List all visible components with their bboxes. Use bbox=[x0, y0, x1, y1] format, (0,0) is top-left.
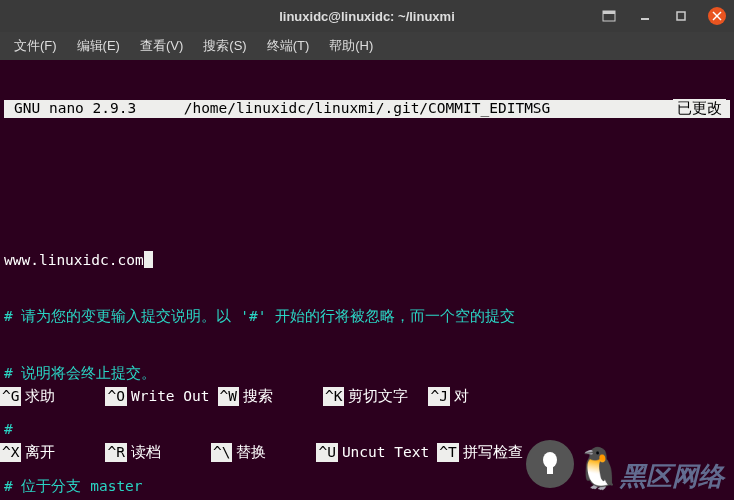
menu-edit[interactable]: 编辑(E) bbox=[69, 35, 128, 57]
shortcut-key: ^R bbox=[105, 443, 126, 462]
menu-search[interactable]: 搜索(S) bbox=[195, 35, 254, 57]
shortcut-label: 替换 bbox=[236, 443, 308, 462]
shortcut-label: 剪切文字 bbox=[348, 387, 420, 406]
shortcut-key: ^O bbox=[105, 387, 126, 406]
menu-help[interactable]: 帮助(H) bbox=[321, 35, 381, 57]
nano-modified: 已更改 bbox=[673, 99, 726, 118]
svg-rect-7 bbox=[547, 466, 553, 474]
shortcut-label: 拼写检查 bbox=[463, 443, 535, 462]
window-controls bbox=[600, 7, 726, 25]
nano-version: GNU nano 2.9.3 bbox=[14, 99, 136, 118]
nano-header-bar: GNU nano 2.9.3 /home/linuxidc/linuxmi/.g… bbox=[4, 100, 730, 118]
shortcut-key: ^G bbox=[0, 387, 21, 406]
shortcut-key: ^\ bbox=[211, 443, 232, 462]
new-window-icon[interactable] bbox=[600, 7, 618, 25]
shortcut-label: 读档 bbox=[131, 443, 203, 462]
svg-point-6 bbox=[543, 452, 557, 468]
svg-rect-3 bbox=[677, 12, 685, 20]
menu-terminal[interactable]: 终端(T) bbox=[259, 35, 318, 57]
watermark-text: 黑区网络 bbox=[620, 459, 724, 494]
shortcut-label: 对 bbox=[454, 387, 526, 406]
shortcut-key: ^W bbox=[218, 387, 239, 406]
menubar: 文件(F) 编辑(E) 查看(V) 搜索(S) 终端(T) 帮助(H) bbox=[0, 32, 734, 60]
shortcut-key: ^J bbox=[428, 387, 449, 406]
commit-message-line: www.linuxidc.com bbox=[4, 252, 144, 268]
shortcut-label: 离开 bbox=[25, 443, 97, 462]
minimize-button[interactable] bbox=[636, 7, 654, 25]
menu-view[interactable]: 查看(V) bbox=[132, 35, 191, 57]
watermark-logo-icon bbox=[526, 440, 574, 488]
shortcut-key: ^U bbox=[316, 443, 337, 462]
shortcut-key: ^T bbox=[437, 443, 458, 462]
shortcut-key: ^K bbox=[323, 387, 344, 406]
terminal-area[interactable]: GNU nano 2.9.3 /home/linuxidc/linuxmi/.g… bbox=[0, 60, 734, 500]
window-title: linuxidc@linuxidc: ~/linuxmi bbox=[279, 9, 455, 24]
shortcut-label: 求助 bbox=[25, 387, 97, 406]
maximize-button[interactable] bbox=[672, 7, 690, 25]
window-titlebar: linuxidc@linuxidc: ~/linuxmi bbox=[0, 0, 734, 32]
shortcut-key: ^X bbox=[0, 443, 21, 462]
comment-line: # 请为您的变更输入提交说明。以 '#' 开始的行将被忽略，而一个空的提交 bbox=[4, 307, 730, 326]
shortcut-label: Write Out bbox=[131, 387, 210, 406]
penguin-icon: 🐧 bbox=[574, 445, 624, 492]
nano-filepath: /home/linuxidc/linuxmi/.git/COMMIT_EDITM… bbox=[184, 99, 551, 118]
menu-file[interactable]: 文件(F) bbox=[6, 35, 65, 57]
svg-rect-1 bbox=[603, 11, 615, 14]
close-button[interactable] bbox=[708, 7, 726, 25]
shortcut-label: Uncut Text bbox=[342, 443, 429, 462]
shortcut-label: 搜索 bbox=[243, 387, 315, 406]
text-cursor bbox=[144, 251, 153, 268]
